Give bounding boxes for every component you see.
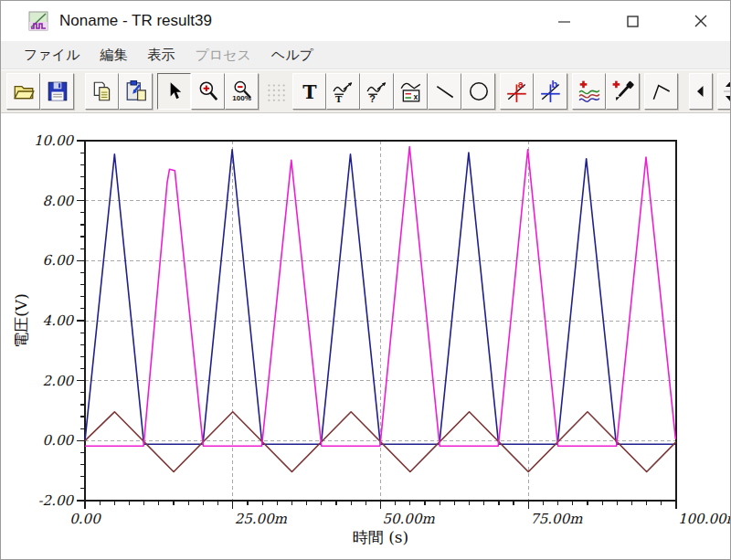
svg-text:-2.00: -2.00 bbox=[38, 492, 75, 509]
add-curves-icon bbox=[577, 79, 601, 103]
cursor-a-icon: a bbox=[505, 79, 529, 103]
svg-text:2.00: 2.00 bbox=[43, 373, 75, 389]
svg-text:T: T bbox=[334, 94, 342, 103]
annotate-curve-t-button[interactable]: T bbox=[326, 73, 360, 110]
svg-text:?: ? bbox=[369, 93, 376, 103]
close-button[interactable] bbox=[679, 3, 723, 39]
text-tool-button[interactable]: T bbox=[292, 73, 326, 110]
select-cursor-button[interactable] bbox=[157, 73, 191, 110]
cursor-b-button[interactable]: b bbox=[534, 73, 567, 110]
line-tool-button[interactable] bbox=[428, 73, 461, 110]
zoom-100-icon: 100% bbox=[230, 79, 254, 103]
svg-text:100%: 100% bbox=[232, 94, 251, 102]
menu-file[interactable]: ファイル bbox=[14, 43, 90, 68]
svg-text:10.00: 10.00 bbox=[34, 132, 74, 149]
x-axis-title: 時間 (s) bbox=[353, 528, 408, 546]
arrow-cursor-icon bbox=[163, 79, 186, 103]
corner-line-button[interactable] bbox=[644, 73, 678, 110]
text-tool-icon: T bbox=[298, 79, 322, 103]
curve-arrow-t-icon: T bbox=[332, 79, 355, 103]
cursor-b-icon: b bbox=[539, 79, 563, 103]
menu-help[interactable]: ヘルプ bbox=[261, 43, 323, 68]
close-icon bbox=[694, 15, 707, 27]
up-down-spinner-icon bbox=[723, 78, 731, 105]
annotate-curve-query-button[interactable]: ? bbox=[360, 73, 394, 110]
zoom-in-button[interactable] bbox=[191, 73, 225, 110]
svg-text:6.00: 6.00 bbox=[43, 252, 75, 269]
toolbar: 100% T bbox=[1, 70, 730, 113]
title-bar[interactable]: Noname - TR result39 bbox=[1, 1, 730, 41]
grid-toggle-button bbox=[259, 73, 292, 110]
ellipse-icon bbox=[467, 79, 491, 103]
legend-box-icon: x bbox=[399, 79, 423, 103]
svg-text:75.00m: 75.00m bbox=[530, 511, 583, 527]
maximize-icon bbox=[627, 16, 639, 27]
paste-icon bbox=[124, 79, 148, 103]
copy-icon bbox=[90, 79, 114, 103]
svg-text:x: x bbox=[413, 92, 418, 101]
svg-text:0.00: 0.00 bbox=[69, 511, 101, 527]
svg-text:T: T bbox=[302, 81, 317, 103]
waveform-chart: 0.0025.00m50.00m75.00m100.00m10.008.006.… bbox=[1, 113, 731, 560]
svg-text:8.00: 8.00 bbox=[43, 193, 75, 209]
menu-view[interactable]: 表示 bbox=[137, 43, 185, 68]
zoom-in-icon bbox=[196, 79, 220, 103]
minimize-button[interactable] bbox=[542, 3, 586, 39]
window-title: Noname - TR result39 bbox=[59, 12, 212, 30]
menu-bar: ファイル 編集 表示 プロセス ヘルプ bbox=[1, 41, 730, 69]
curve-arrow-question-icon: ? bbox=[366, 79, 389, 103]
grid-dots-icon bbox=[264, 79, 288, 103]
maximize-button[interactable] bbox=[610, 3, 654, 39]
zoom-100-button[interactable]: 100% bbox=[225, 73, 259, 110]
save-floppy-icon bbox=[46, 79, 69, 103]
svg-text:25.00m: 25.00m bbox=[235, 511, 288, 527]
page-spinner[interactable] bbox=[717, 73, 731, 110]
eyedropper-icon bbox=[611, 79, 635, 103]
svg-text:b: b bbox=[551, 79, 557, 90]
paste-button[interactable] bbox=[119, 73, 153, 110]
open-folder-icon bbox=[12, 79, 36, 103]
save-button[interactable] bbox=[40, 73, 74, 110]
app-window: Noname - TR result39 ファイル 編集 表示 プロセス ヘルプ bbox=[0, 0, 731, 560]
svg-text:100.00m: 100.00m bbox=[678, 511, 731, 527]
svg-text:50.00m: 50.00m bbox=[383, 511, 436, 527]
x-tick-labels: 0.0025.00m50.00m75.00m100.00m bbox=[69, 511, 731, 527]
page-prev-button[interactable] bbox=[689, 73, 713, 110]
menu-edit[interactable]: 編集 bbox=[90, 43, 137, 68]
probe-picker-button[interactable] bbox=[606, 73, 640, 110]
add-curves-button[interactable] bbox=[572, 73, 606, 110]
legend-box-button[interactable]: x bbox=[394, 73, 428, 110]
minimize-icon bbox=[558, 16, 570, 27]
corner-line-icon bbox=[650, 79, 673, 103]
svg-text:a: a bbox=[517, 79, 524, 90]
line-icon bbox=[433, 79, 457, 103]
copy-button[interactable] bbox=[85, 73, 119, 110]
left-arrow-icon bbox=[694, 84, 708, 99]
y-tick-labels: 10.008.006.004.002.000.00-2.00 bbox=[34, 132, 74, 509]
svg-text:0.00: 0.00 bbox=[43, 432, 75, 449]
tr-result-plot: 0.0025.00m50.00m75.00m100.00m10.008.006.… bbox=[1, 113, 731, 560]
app-waveform-icon bbox=[28, 11, 48, 31]
cursor-a-button[interactable]: a bbox=[500, 73, 534, 110]
y-axis-title: 電圧(V) bbox=[12, 293, 30, 348]
menu-process: プロセス bbox=[185, 43, 260, 68]
open-file-button[interactable] bbox=[6, 73, 40, 110]
ellipse-tool-button[interactable] bbox=[461, 73, 495, 110]
svg-text:4.00: 4.00 bbox=[43, 312, 75, 329]
